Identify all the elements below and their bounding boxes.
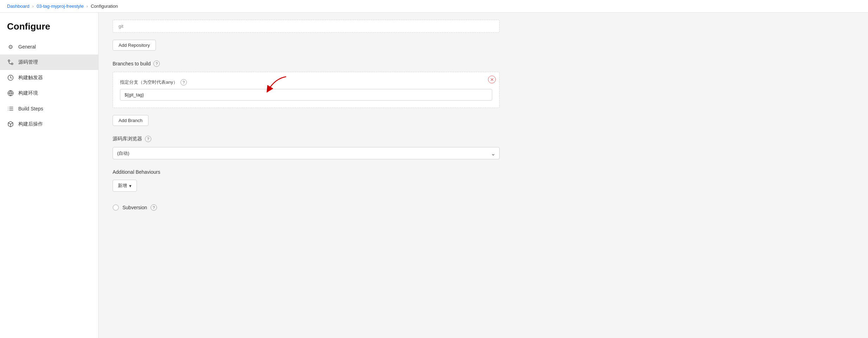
sidebar-item-triggers[interactable]: 构建触发器 (0, 70, 98, 85)
subversion-help-icon[interactable]: ? (151, 204, 157, 211)
sidebar-nav: ⚙ General 源码管理 (0, 39, 98, 132)
add-behaviour-button[interactable]: 新增 ▾ (113, 180, 137, 192)
sidebar-item-post-build[interactable]: 构建后操作 (0, 116, 98, 132)
add-branch-button[interactable]: Add Branch (113, 115, 148, 126)
branch-specifier-container: ✕ 指定分支（为空时代表any） ? (113, 72, 500, 108)
source-browser-select-wrapper: (自动) ⌄ (113, 147, 500, 159)
source-browser-label-text: 源码库浏览器 (113, 136, 142, 142)
additional-behaviours-label: Additional Behaviours (113, 169, 500, 175)
add-behaviour-label: 新增 (118, 183, 127, 189)
branch-specifier-input[interactable] (120, 89, 492, 101)
branch-specifier-label-text: 指定分支（为空时代表any） (120, 79, 178, 85)
source-browser-select[interactable]: (自动) (113, 147, 500, 159)
sidebar-item-general[interactable]: ⚙ General (0, 39, 98, 55)
sidebar-item-environment-label: 构建环境 (18, 90, 38, 96)
sidebar-item-general-label: General (18, 44, 36, 50)
clock-icon (7, 74, 14, 81)
sidebar: Configure ⚙ General 源码管理 (0, 0, 99, 338)
top-partial-box: git (113, 20, 500, 33)
branch-specifier-label: 指定分支（为空时代表any） ? (120, 79, 492, 85)
add-behaviour-chevron: ▾ (129, 183, 132, 189)
breadcrumb-current: Configuration (91, 4, 118, 9)
sidebar-item-environment[interactable]: 构建环境 (0, 85, 98, 101)
subversion-section: Subversion ? (113, 204, 500, 211)
branches-help-icon[interactable]: ? (153, 60, 160, 67)
subversion-label: Subversion (122, 205, 147, 210)
source-browser-label: 源码库浏览器 ? (113, 136, 500, 142)
sidebar-title: Configure (0, 13, 98, 39)
breadcrumb: Dashboard › 03-tag-myproj-freestyle › Co… (0, 0, 868, 13)
breadcrumb-project[interactable]: 03-tag-myproj-freestyle (37, 4, 84, 9)
main-content: git Add Repository Branches to build ? ✕… (99, 0, 868, 338)
gear-icon: ⚙ (7, 43, 14, 50)
source-browser-help-icon[interactable]: ? (145, 136, 151, 142)
subversion-radio[interactable] (113, 204, 119, 211)
branches-section-label: Branches to build ? (113, 60, 500, 67)
source-icon (7, 59, 14, 66)
additional-behaviours-section: Additional Behaviours 新增 ▾ (113, 169, 500, 192)
breadcrumb-sep-2: › (87, 4, 88, 9)
sidebar-item-build-steps[interactable]: Build Steps (0, 101, 98, 116)
top-partial-label: git (119, 24, 123, 29)
breadcrumb-sep-1: › (32, 4, 34, 9)
sidebar-item-build-steps-label: Build Steps (18, 106, 43, 111)
sidebar-item-source-label: 源码管理 (18, 59, 38, 65)
add-repository-button[interactable]: Add Repository (113, 40, 156, 51)
sidebar-item-triggers-label: 构建触发器 (18, 75, 43, 81)
branches-label-text: Branches to build (113, 61, 151, 66)
branch-input-wrap (120, 89, 492, 101)
sidebar-item-source[interactable]: 源码管理 (0, 55, 98, 70)
steps-icon (7, 105, 14, 112)
additional-behaviours-label-text: Additional Behaviours (113, 169, 160, 175)
source-browser-section: 源码库浏览器 ? (自动) ⌄ (113, 136, 500, 159)
branch-specifier-help-icon[interactable]: ? (180, 79, 187, 85)
sidebar-item-post-build-label: 构建后操作 (18, 121, 43, 127)
globe-icon (7, 90, 14, 97)
box-icon (7, 121, 14, 128)
close-branch-button[interactable]: ✕ (488, 76, 496, 83)
breadcrumb-dashboard[interactable]: Dashboard (7, 4, 30, 9)
